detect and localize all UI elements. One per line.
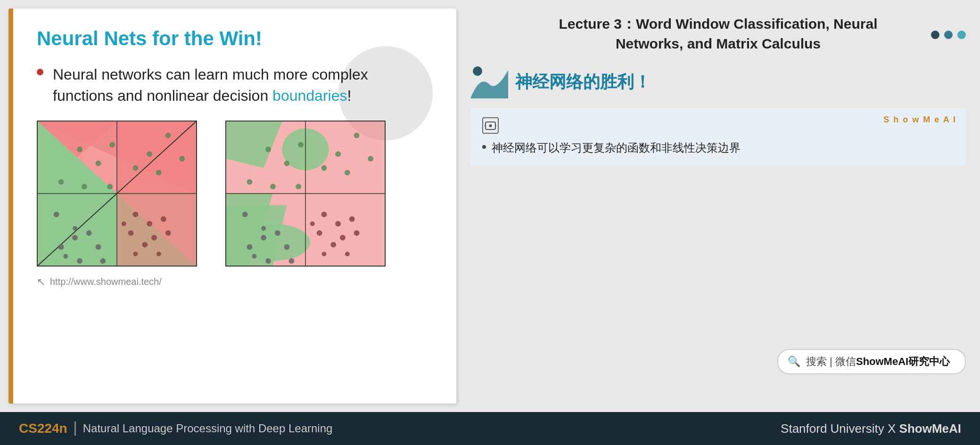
svg-point-77	[330, 242, 336, 247]
svg-point-80	[322, 251, 327, 256]
svg-point-14	[77, 146, 82, 152]
bottom-bar: CS224n Natural Language Processing with …	[0, 412, 980, 445]
svg-point-26	[72, 235, 78, 240]
slide-bullet: Neural networks can learn much more comp…	[37, 64, 433, 106]
highlight-text: boundaries	[272, 87, 347, 104]
slide-content: Neural Nets for the Win! Neural networks…	[37, 27, 433, 288]
dot-3	[957, 31, 966, 39]
svg-point-42	[133, 251, 138, 256]
neural-nets-header: 神经网络的胜利！	[470, 65, 966, 98]
svg-point-82	[473, 66, 482, 76]
footer-url: http://www.showmeai.tech/	[50, 276, 162, 287]
translation-bullet-dot	[482, 145, 486, 149]
svg-point-20	[58, 179, 64, 185]
course-name: Natural Language Processing with Deep Le…	[83, 422, 333, 435]
svg-point-37	[151, 235, 157, 240]
ai-icon	[482, 117, 499, 134]
charts-area	[37, 121, 433, 267]
translation-bullet: 神经网络可以学习更复杂的函数和非线性决策边界	[482, 139, 954, 156]
slide-panel: Neural Nets for the Win! Neural networks…	[8, 8, 456, 404]
svg-point-58	[247, 179, 253, 185]
svg-point-48	[236, 224, 310, 261]
svg-point-65	[275, 230, 280, 236]
svg-point-79	[345, 251, 350, 256]
svg-point-30	[77, 258, 82, 264]
svg-point-63	[242, 211, 248, 217]
svg-point-32	[73, 226, 77, 231]
chart-2	[225, 121, 386, 267]
svg-point-59	[270, 184, 276, 189]
stanford-text: Stanford University	[781, 421, 884, 436]
svg-point-67	[247, 244, 253, 250]
svg-point-34	[133, 211, 139, 217]
svg-point-84	[489, 124, 492, 127]
svg-point-55	[354, 132, 360, 138]
svg-point-38	[165, 230, 171, 236]
content-area: Neural Nets for the Win! Neural networks…	[0, 0, 980, 412]
chart-1	[37, 121, 197, 267]
dot-1	[931, 31, 939, 39]
slide-title: Neural Nets for the Win!	[37, 27, 433, 50]
wave-icon	[470, 65, 508, 98]
dots-row	[931, 31, 966, 39]
search-bold-text: ShowMeAI研究中心	[856, 355, 950, 369]
svg-point-21	[82, 184, 87, 189]
svg-point-52	[265, 146, 271, 152]
svg-point-70	[261, 226, 266, 231]
bullet-dot	[37, 69, 43, 75]
slide-footer: ↖ http://www.showmeai.tech/	[37, 267, 433, 288]
bottom-left: CS224n Natural Language Processing with …	[19, 421, 332, 436]
svg-point-27	[86, 230, 92, 236]
svg-point-69	[288, 258, 294, 264]
showmeai-text: ShowMeAI	[899, 421, 961, 436]
search-label: 搜索 | 微信	[806, 355, 856, 369]
svg-point-61	[345, 170, 350, 175]
svg-point-23	[156, 170, 162, 175]
svg-point-39	[142, 242, 148, 247]
svg-point-76	[354, 230, 360, 236]
translation-card: S h o w M e A I 神经网络可以学习更复杂的函数和非线性决策边界	[470, 108, 966, 166]
svg-point-43	[122, 221, 126, 226]
bottom-divider	[74, 421, 76, 436]
svg-point-75	[340, 235, 346, 240]
svg-point-74	[349, 216, 355, 222]
svg-point-66	[284, 244, 290, 250]
svg-point-72	[321, 211, 327, 217]
svg-point-73	[335, 221, 341, 227]
svg-point-81	[310, 221, 315, 226]
svg-point-71	[252, 254, 256, 259]
bottom-right: Stanford University X ShowMeAI	[781, 421, 961, 436]
cursor-icon: ↖	[37, 276, 45, 288]
search-icon: 🔍	[788, 356, 800, 368]
svg-point-15	[96, 161, 101, 166]
svg-point-24	[179, 156, 185, 162]
svg-point-57	[321, 165, 327, 170]
svg-point-18	[147, 151, 152, 157]
search-bar[interactable]: 🔍 搜索 | 微信 ShowMeAI研究中心	[777, 349, 966, 374]
svg-point-36	[161, 216, 166, 222]
translation-text: 神经网络可以学习更复杂的函数和非线性决策边界	[492, 139, 741, 156]
lecture-title-text: Lecture 3：Word Window Classification, Ne…	[559, 16, 878, 51]
svg-point-16	[109, 142, 115, 147]
svg-point-19	[133, 165, 139, 170]
svg-point-25	[54, 211, 59, 217]
svg-point-60	[296, 184, 301, 189]
course-code: CS224n	[19, 421, 67, 436]
slide-bullet-text: Neural networks can learn much more comp…	[53, 64, 368, 106]
showmeai-label: S h o w M e A I	[883, 115, 956, 125]
header-chinese: 神经网络的胜利！	[515, 71, 651, 94]
svg-point-17	[165, 132, 171, 138]
svg-point-56	[335, 151, 341, 157]
main-container: Neural Nets for the Win! Neural networks…	[0, 0, 980, 445]
svg-point-78	[317, 230, 322, 236]
svg-point-33	[63, 254, 68, 259]
svg-point-29	[58, 244, 64, 250]
svg-point-22	[107, 184, 113, 189]
x-text: X	[888, 421, 899, 436]
svg-point-68	[265, 258, 271, 264]
svg-point-35	[147, 221, 152, 227]
svg-point-40	[128, 230, 134, 236]
lecture-title: Lecture 3：Word Window Classification, Ne…	[470, 9, 966, 54]
right-panel: Lecture 3：Word Window Classification, Ne…	[456, 0, 980, 412]
svg-point-64	[261, 235, 266, 240]
